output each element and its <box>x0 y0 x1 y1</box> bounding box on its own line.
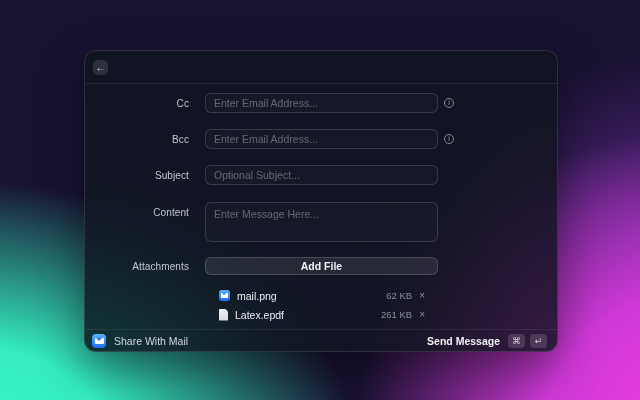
add-file-label: Add File <box>301 260 342 272</box>
subject-input[interactable] <box>205 165 438 185</box>
bcc-label: Bcc <box>85 134 189 145</box>
file-size: 261 KB <box>381 309 412 320</box>
subject-row: Subject <box>85 165 557 185</box>
bcc-row: Bcc i <box>85 129 557 149</box>
send-message-label: Send Message <box>427 335 500 347</box>
enter-key-icon: ↵ <box>530 334 547 348</box>
add-file-button[interactable]: Add File <box>205 257 438 275</box>
file-size: 62 KB <box>386 290 412 301</box>
mail-app-icon <box>219 290 230 301</box>
info-icon[interactable]: i <box>444 134 454 144</box>
bcc-input[interactable] <box>205 129 438 149</box>
attachments-row: Attachments Add File <box>85 257 557 275</box>
extension-title: Share With Mail <box>114 335 188 347</box>
remove-attachment-icon[interactable]: × <box>419 291 425 301</box>
command-key-icon: ⌘ <box>508 334 525 348</box>
desktop-background: ← Cc i Bcc i Subject Content Attachments <box>0 0 640 400</box>
file-name: mail.png <box>237 290 277 302</box>
file-name: Latex.epdf <box>235 309 284 321</box>
cc-label: Cc <box>85 98 189 109</box>
content-label: Content <box>85 207 189 218</box>
subject-label: Subject <box>85 170 189 181</box>
document-icon <box>219 309 228 321</box>
send-message-button[interactable]: Send Message ⌘ ↵ <box>424 332 550 350</box>
footer-app-identity: Share With Mail <box>92 334 188 348</box>
window-header: ← <box>85 51 557 84</box>
cc-row: Cc i <box>85 93 557 113</box>
attachments-label: Attachments <box>85 261 189 272</box>
cc-input[interactable] <box>205 93 438 113</box>
content-row: Content <box>85 202 557 242</box>
window-footer: Share With Mail Send Message ⌘ ↵ <box>85 329 557 352</box>
remove-attachment-icon[interactable]: × <box>419 310 425 320</box>
attachment-row-mail-png: mail.png 62 KB × <box>205 288 438 303</box>
mail-app-icon <box>92 334 106 348</box>
attachment-row-latex-epdf: Latex.epdf 261 KB × <box>205 307 438 322</box>
content-input[interactable] <box>205 202 438 242</box>
share-with-mail-window: ← Cc i Bcc i Subject Content Attachments <box>84 50 558 352</box>
back-arrow-icon: ← <box>96 63 106 73</box>
info-icon[interactable]: i <box>444 98 454 108</box>
back-button[interactable]: ← <box>93 60 108 75</box>
